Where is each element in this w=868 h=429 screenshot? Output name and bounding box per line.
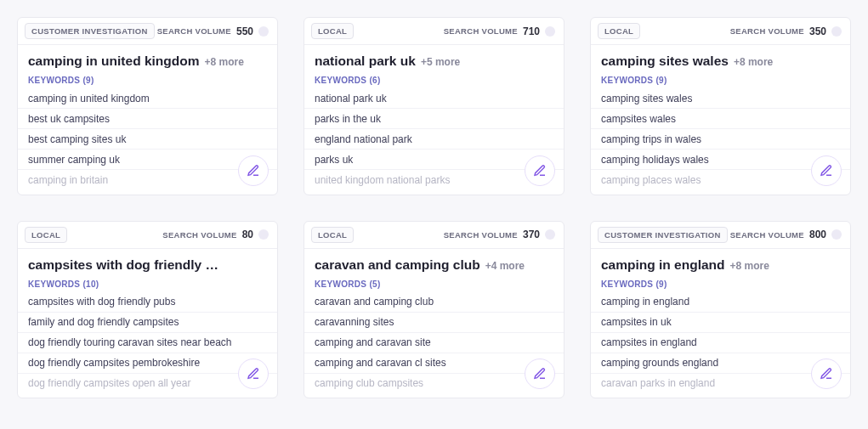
keyword-item[interactable]: caravan and camping club bbox=[304, 292, 564, 313]
more-count[interactable]: +8 more bbox=[730, 260, 769, 272]
card-title-row: campsites with dog friendly pubs… bbox=[18, 249, 277, 274]
edit-button[interactable] bbox=[525, 155, 555, 186]
category-tag: CUSTOMER INVESTIGATION bbox=[598, 227, 728, 243]
volume-indicator-icon bbox=[258, 229, 269, 240]
edit-icon bbox=[533, 367, 547, 381]
keyword-item[interactable]: campsites in uk bbox=[591, 313, 850, 333]
keyword-item[interactable]: england national park bbox=[304, 129, 564, 150]
card-title-row: camping in united kingdom +8 more bbox=[18, 45, 277, 71]
search-volume-value: 710 bbox=[523, 25, 540, 37]
card-title: camping in england bbox=[601, 257, 725, 273]
edit-button[interactable] bbox=[238, 155, 269, 186]
search-volume-value: 80 bbox=[242, 229, 253, 240]
card-header: LOCAL SEARCH VOLUME 80 bbox=[18, 222, 277, 249]
volume-indicator-icon bbox=[545, 229, 555, 240]
search-volume-group: SEARCH VOLUME 710 bbox=[444, 25, 555, 37]
card-header: CUSTOMER INVESTIGATION SEARCH VOLUME 550 bbox=[18, 18, 277, 45]
search-volume-value: 350 bbox=[809, 25, 826, 37]
search-volume-value: 370 bbox=[523, 229, 540, 240]
keyword-list: caravan and camping club caravanning sit… bbox=[304, 292, 564, 398]
edit-icon bbox=[247, 164, 260, 178]
card-header: LOCAL SEARCH VOLUME 370 bbox=[304, 222, 564, 249]
keyword-item[interactable]: campsites in england bbox=[591, 333, 850, 353]
keyword-item[interactable]: camping in england bbox=[591, 292, 850, 313]
search-volume-label: SEARCH VOLUME bbox=[157, 26, 231, 36]
search-volume-group: SEARCH VOLUME 370 bbox=[444, 229, 555, 240]
keywords-header: KEYWORDS (9) bbox=[18, 71, 277, 88]
search-volume-value: 800 bbox=[809, 229, 826, 240]
keyword-card[interactable]: LOCAL SEARCH VOLUME 350 camping sites wa… bbox=[590, 17, 851, 195]
card-grid: CUSTOMER INVESTIGATION SEARCH VOLUME 550… bbox=[17, 17, 851, 398]
keywords-header: KEYWORDS (6) bbox=[304, 71, 564, 88]
keyword-item[interactable]: camping trips in wales bbox=[591, 129, 850, 150]
keyword-item[interactable]: camping and caravan site bbox=[304, 333, 564, 353]
card-title-row: camping in england +8 more bbox=[591, 249, 850, 274]
more-count[interactable]: +5 more bbox=[421, 56, 460, 68]
keyword-list: camping sites wales campsites wales camp… bbox=[591, 88, 850, 195]
edit-button[interactable] bbox=[525, 358, 555, 389]
category-tag: LOCAL bbox=[311, 23, 354, 39]
keyword-item[interactable]: caravanning sites bbox=[304, 313, 564, 333]
keyword-item[interactable]: parks in the uk bbox=[304, 109, 564, 129]
keywords-header: KEYWORDS (10) bbox=[18, 274, 277, 292]
keyword-list: national park uk parks in the uk england… bbox=[304, 88, 564, 195]
volume-indicator-icon bbox=[545, 26, 555, 37]
category-tag: LOCAL bbox=[598, 23, 640, 39]
edit-button[interactable] bbox=[238, 358, 269, 389]
volume-indicator-icon bbox=[831, 26, 842, 37]
card-title: caravan and camping club bbox=[315, 257, 480, 273]
edit-button[interactable] bbox=[811, 358, 842, 389]
keyword-list: campsites with dog friendly pubs family … bbox=[18, 292, 277, 398]
search-volume-label: SEARCH VOLUME bbox=[162, 230, 236, 240]
edit-icon bbox=[820, 367, 833, 381]
card-title-row: camping sites wales +8 more bbox=[591, 45, 850, 71]
search-volume-label: SEARCH VOLUME bbox=[730, 230, 804, 240]
volume-indicator-icon bbox=[831, 229, 842, 240]
edit-icon bbox=[820, 164, 833, 178]
keywords-header: KEYWORDS (9) bbox=[591, 71, 850, 88]
keyword-list: camping in england campsites in uk camps… bbox=[591, 292, 850, 398]
edit-icon bbox=[247, 367, 260, 381]
card-header: LOCAL SEARCH VOLUME 350 bbox=[591, 18, 850, 45]
search-volume-label: SEARCH VOLUME bbox=[730, 26, 804, 36]
keywords-header: KEYWORDS (9) bbox=[591, 274, 850, 292]
category-tag: LOCAL bbox=[311, 227, 354, 243]
card-title: campsites with dog friendly pubs… bbox=[28, 257, 224, 273]
keyword-item[interactable]: campsites wales bbox=[591, 109, 850, 129]
keyword-list: camping in united kingdom best uk campsi… bbox=[18, 88, 277, 195]
search-volume-group: SEARCH VOLUME 550 bbox=[157, 25, 269, 37]
volume-indicator-icon bbox=[258, 26, 269, 37]
card-title: national park uk bbox=[315, 54, 416, 69]
search-volume-group: SEARCH VOLUME 350 bbox=[730, 25, 842, 37]
keyword-card[interactable]: CUSTOMER INVESTIGATION SEARCH VOLUME 550… bbox=[17, 17, 278, 195]
keyword-item[interactable]: campsites with dog friendly pubs bbox=[18, 292, 277, 313]
card-title: camping in united kingdom bbox=[28, 54, 200, 69]
search-volume-value: 550 bbox=[236, 25, 253, 37]
keyword-item[interactable]: best camping sites uk bbox=[18, 129, 277, 150]
card-title-row: national park uk +5 more bbox=[304, 45, 564, 71]
more-count[interactable]: +8 more bbox=[205, 56, 244, 68]
more-count[interactable]: +8 more bbox=[734, 56, 773, 68]
keyword-item[interactable]: dog friendly touring caravan sites near … bbox=[18, 333, 277, 353]
edit-button[interactable] bbox=[811, 155, 842, 186]
edit-icon bbox=[533, 164, 547, 178]
keyword-item[interactable]: best uk campsites bbox=[18, 109, 277, 129]
keyword-card[interactable]: CUSTOMER INVESTIGATION SEARCH VOLUME 800… bbox=[590, 221, 851, 399]
category-tag: CUSTOMER INVESTIGATION bbox=[25, 23, 155, 39]
card-header: CUSTOMER INVESTIGATION SEARCH VOLUME 800 bbox=[591, 222, 850, 249]
keyword-card[interactable]: LOCAL SEARCH VOLUME 710 national park uk… bbox=[304, 17, 564, 195]
search-volume-group: SEARCH VOLUME 800 bbox=[730, 229, 842, 240]
keyword-card[interactable]: LOCAL SEARCH VOLUME 80 campsites with do… bbox=[17, 221, 278, 399]
card-header: LOCAL SEARCH VOLUME 710 bbox=[304, 18, 564, 45]
keywords-header: KEYWORDS (5) bbox=[304, 274, 564, 292]
search-volume-group: SEARCH VOLUME 80 bbox=[162, 229, 269, 240]
keyword-card[interactable]: LOCAL SEARCH VOLUME 370 caravan and camp… bbox=[304, 221, 564, 399]
more-count[interactable]: +4 more bbox=[485, 260, 525, 272]
card-title: camping sites wales bbox=[601, 54, 729, 69]
keyword-item[interactable]: camping sites wales bbox=[591, 88, 850, 109]
keyword-item[interactable]: national park uk bbox=[304, 88, 564, 109]
keyword-item[interactable]: family and dog friendly campsites bbox=[18, 313, 277, 333]
keyword-item[interactable]: camping in united kingdom bbox=[18, 88, 277, 109]
search-volume-label: SEARCH VOLUME bbox=[444, 230, 518, 240]
search-volume-label: SEARCH VOLUME bbox=[444, 26, 518, 36]
